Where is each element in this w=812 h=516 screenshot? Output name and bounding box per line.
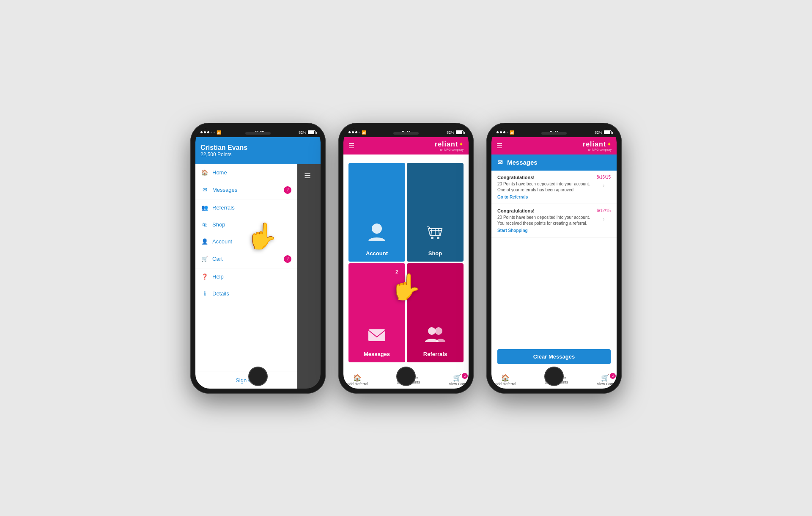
account-icon: 👤 — [201, 238, 208, 245]
messages-icon: ✉ — [201, 187, 208, 193]
menu-item-shop[interactable]: 🛍 Shop — [195, 216, 297, 233]
battery-area-1: 82% — [299, 130, 315, 135]
signal-dot-3-4 — [507, 132, 508, 133]
cart-badge: 2 — [284, 255, 291, 263]
message-title-2: Congratulations! — [497, 208, 593, 213]
hamburger-button-3[interactable]: ☰ — [497, 142, 502, 150]
signal-dot-2-3 — [355, 131, 357, 133]
nav-user-name: Dana Dre — [399, 375, 418, 380]
menu-item-details[interactable]: ℹ Details — [195, 285, 297, 302]
menu-item-cart[interactable]: 🛒 Cart 2 — [195, 250, 297, 268]
signal-dot-5 — [214, 132, 215, 133]
message-text-2: 20 Points have been deposited into your … — [497, 215, 593, 226]
menu-items-list: 🏠 Home ✉ Messages 2 — [195, 164, 297, 372]
signal-dot-2 — [204, 131, 206, 133]
shop-icon: 🛍 — [201, 221, 208, 228]
referrals-icon: 👥 — [201, 204, 208, 211]
cart-nav-badge-3: 2 — [610, 373, 616, 379]
clear-messages-button[interactable]: Clear Messages — [497, 349, 611, 364]
message-body-2: Congratulations! 20 Points have been dep… — [497, 208, 593, 233]
message-date-1: 8/16/15 — [597, 175, 611, 179]
wifi-icon-2: 📶 — [362, 130, 366, 135]
add-referral-nav[interactable]: 🏠 Add Referral — [347, 374, 368, 386]
message-chevron-2: › — [603, 215, 605, 222]
menu-home-label: Home — [212, 169, 227, 176]
messages-list: Congratulations! 20 Points have been dep… — [491, 171, 617, 342]
wifi-icon: 📶 — [217, 130, 221, 135]
signal-indicators: 📶 — [200, 130, 221, 135]
hamburger-icon-overlay: ☰ — [304, 171, 311, 180]
bottom-nav-2: 🏠 Add Referral Dana Dre 20,500 Points 🛒 … — [343, 371, 469, 389]
battery-area-3: 82% — [595, 130, 612, 135]
tile-account[interactable]: Account — [348, 163, 405, 262]
messages-badge: 2 — [284, 186, 291, 194]
hamburger-button-2[interactable]: ☰ — [348, 142, 354, 150]
status-bar-3: 📶 9:41 82% — [491, 128, 617, 137]
signal-dot-3-2 — [500, 131, 502, 133]
account-tile-label: Account — [366, 250, 388, 257]
sign-out-button[interactable]: Sign Out — [195, 372, 297, 389]
view-cart-nav-3[interactable]: 🛒 2 View Cart — [597, 374, 613, 386]
add-referral-label: Add Referral — [347, 382, 368, 386]
message-item-1[interactable]: Congratulations! 20 Points have been dep… — [491, 171, 617, 204]
tile-shop[interactable]: Shop — [407, 163, 464, 262]
menu-shop-label: Shop — [212, 221, 225, 228]
phone-1: 📶 9:41 82% Cristian Evans 22,500 Points — [190, 123, 326, 394]
menu-item-account[interactable]: 👤 Account — [195, 233, 297, 250]
phone1-screen: Cristian Evans 22,500 Points 🏠 Home — [195, 137, 321, 389]
signal-dot-2-2 — [352, 131, 354, 133]
home-icon: 🏠 — [201, 169, 208, 176]
messages-envelope-icon: ✉ — [497, 159, 503, 166]
shop-tile-icon — [426, 224, 444, 247]
status-bar-1: 📶 9:41 82% — [195, 128, 321, 137]
add-referral-nav-3[interactable]: 🏠 Add Referral — [495, 374, 516, 386]
user-center-nav: Dana Dre 20,500 Points — [397, 375, 420, 384]
tile-messages[interactable]: 2 Messages — [348, 263, 405, 362]
cart-nav-badge: 2 — [462, 373, 468, 379]
nav-user-name-3: Dana Dre — [547, 375, 566, 380]
battery-percent-1: 82% — [299, 130, 306, 135]
menu-item-help[interactable]: ❓ Help — [195, 268, 297, 285]
cart-icon: 🛒 — [201, 256, 208, 262]
menu-item-home[interactable]: 🏠 Home — [195, 164, 297, 181]
messages-title-bar: ✉ Messages — [491, 155, 617, 171]
menu-referrals-label: Referrals — [212, 204, 235, 211]
add-referral-icon: 🏠 — [353, 374, 362, 382]
tiles-grid: Account — [343, 155, 469, 371]
signal-dot-3-1 — [497, 131, 499, 133]
menu-item-referrals[interactable]: 👥 Referrals — [195, 199, 297, 216]
message-link-2[interactable]: Start Shopping — [497, 228, 593, 233]
view-cart-label: View Cart — [449, 382, 465, 386]
status-bar-2: 📶 9:41 82% — [343, 128, 469, 137]
svg-rect-9 — [368, 329, 385, 341]
menu-cart-label: Cart — [212, 256, 223, 262]
logo-tagline-3: an NRG company — [588, 148, 612, 151]
cart-nav-icon-3: 🛒 — [601, 374, 609, 382]
svg-point-6 — [437, 237, 439, 239]
menu-main: 🏠 Home ✉ Messages 2 — [195, 164, 297, 389]
reliant-logo-2: reliant✦ an NRG company — [435, 141, 464, 151]
message-link-1[interactable]: Go to Referrals — [497, 195, 593, 199]
referrals-tile-label: Referrals — [423, 351, 447, 357]
time-display-3: 9:41 — [550, 130, 559, 135]
menu-item-messages[interactable]: ✉ Messages 2 — [195, 181, 297, 199]
messages-tile-label: Messages — [364, 351, 390, 357]
messages-title: Messages — [507, 159, 538, 166]
account-tile-icon — [368, 223, 386, 247]
message-item-2[interactable]: Congratulations! 20 Points have been dep… — [491, 204, 617, 237]
time-display-1: 9:41 — [255, 130, 264, 135]
view-cart-nav[interactable]: 🛒 2 View Cart — [449, 374, 465, 386]
view-cart-label-3: View Cart — [597, 382, 613, 386]
battery-icon-2 — [456, 130, 464, 134]
signal-dot-3 — [207, 131, 209, 133]
user-name: Cristian Evans — [200, 144, 315, 152]
message-chevron-1: › — [603, 182, 605, 189]
tile-referrals[interactable]: Referrals — [407, 263, 464, 362]
message-body-1: Congratulations! 20 Points have been dep… — [497, 175, 593, 199]
nav-user-points-3: 20,500 Points — [545, 380, 568, 384]
phone-2: 📶 9:41 82% ☰ reliant✦ an NRG company — [338, 123, 474, 394]
menu-area: 🏠 Home ✉ Messages 2 — [195, 164, 321, 389]
app-header-3: ☰ reliant✦ an NRG company — [491, 137, 617, 155]
svg-line-2 — [431, 229, 432, 235]
messages-tile-icon — [368, 328, 386, 348]
